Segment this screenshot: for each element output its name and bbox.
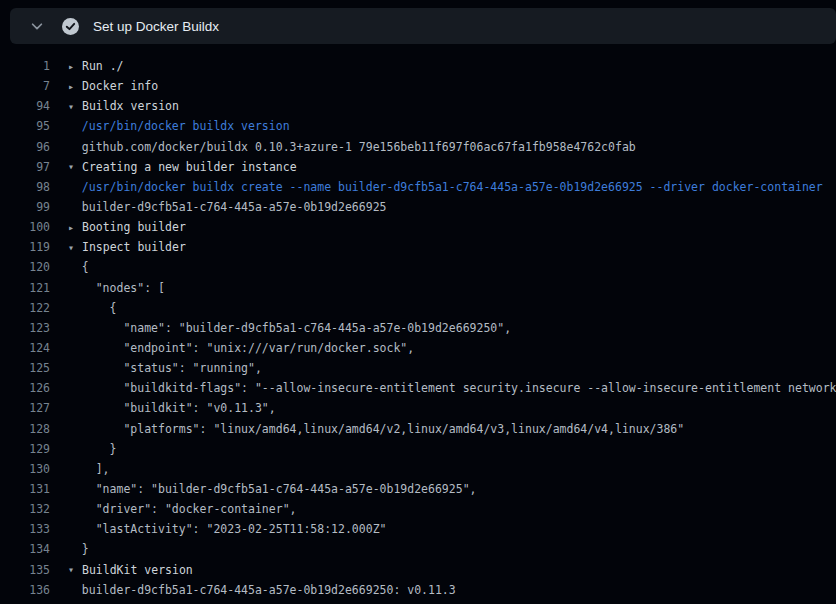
group-title[interactable]: Creating a new builder instance xyxy=(82,160,297,174)
line-number[interactable]: 128 xyxy=(0,422,50,436)
line-number[interactable]: 99 xyxy=(0,200,50,214)
line-number[interactable]: 95 xyxy=(0,119,50,133)
log-line: 121 "nodes": [ xyxy=(0,278,836,298)
line-number[interactable]: 123 xyxy=(0,321,50,335)
line-number[interactable]: 136 xyxy=(0,583,50,597)
log-line: 130 ], xyxy=(0,459,836,479)
line-content: "buildkitd-flags": "--allow-insecure-ent… xyxy=(68,381,836,395)
group-collapsed-icon[interactable]: ▸ xyxy=(68,61,82,72)
line-content: ▾BuildKit version xyxy=(68,563,836,577)
output-text: "buildkitd-flags": "--allow-insecure-ent… xyxy=(68,381,836,395)
line-number[interactable]: 135 xyxy=(0,563,50,577)
line-number[interactable]: 97 xyxy=(0,160,50,174)
line-content: } xyxy=(68,442,836,456)
line-content: } xyxy=(68,542,836,556)
line-number[interactable]: 119 xyxy=(0,240,50,254)
output-text: "buildkit": "v0.11.3", xyxy=(68,401,276,415)
output-text: { xyxy=(68,260,89,274)
line-number[interactable]: 127 xyxy=(0,401,50,415)
chevron-down-icon[interactable] xyxy=(30,19,44,33)
line-content: "status": "running", xyxy=(68,361,836,375)
line-content: ▾Creating a new builder instance xyxy=(68,160,836,174)
log-line: 100▸Booting builder xyxy=(0,217,836,237)
output-text: "platforms": "linux/amd64,linux/amd64/v2… xyxy=(68,422,684,436)
line-number[interactable]: 126 xyxy=(0,381,50,395)
line-number[interactable]: 96 xyxy=(0,140,50,154)
line-number[interactable]: 131 xyxy=(0,482,50,496)
log-line: 125 "status": "running", xyxy=(0,358,836,378)
log-line: 97▾Creating a new builder instance xyxy=(0,157,836,177)
output-text: "lastActivity": "2023-02-25T11:58:12.000… xyxy=(68,522,387,536)
group-title[interactable]: Buildx version xyxy=(82,99,179,113)
log-line: 124 "endpoint": "unix:///var/run/docker.… xyxy=(0,338,836,358)
log-line: 123 "name": "builder-d9cfb5a1-c764-445a-… xyxy=(0,318,836,338)
line-number[interactable]: 94 xyxy=(0,99,50,113)
line-content: ], xyxy=(68,462,836,476)
group-expanded-icon[interactable]: ▾ xyxy=(68,564,82,575)
actions-log-panel: Set up Docker Buildx 1▸Run ./7▸Docker in… xyxy=(0,8,836,600)
line-content: ▸Booting builder xyxy=(68,220,836,234)
output-text: "name": "builder-d9cfb5a1-c764-445a-a57e… xyxy=(68,482,477,496)
log-line: 133 "lastActivity": "2023-02-25T11:58:12… xyxy=(0,519,836,539)
group-collapsed-icon[interactable]: ▸ xyxy=(68,81,82,92)
log-line: 1▸Run ./ xyxy=(0,56,836,76)
log-line: 119▾Inspect builder xyxy=(0,237,836,257)
group-expanded-icon[interactable]: ▾ xyxy=(68,101,82,112)
line-content: ▾Buildx version xyxy=(68,99,836,113)
output-text: "name": "builder-d9cfb5a1-c764-445a-a57e… xyxy=(68,321,511,335)
line-number[interactable]: 7 xyxy=(0,79,50,93)
line-number[interactable]: 121 xyxy=(0,281,50,295)
log-line: 135▾BuildKit version xyxy=(0,560,836,580)
output-text: "endpoint": "unix:///var/run/docker.sock… xyxy=(68,341,414,355)
line-number[interactable]: 130 xyxy=(0,462,50,476)
group-expanded-icon[interactable]: ▾ xyxy=(68,242,82,253)
line-content: github.com/docker/buildx 0.10.3+azure-1 … xyxy=(68,140,836,154)
log-line: 128 "platforms": "linux/amd64,linux/amd6… xyxy=(0,419,836,439)
output-text: "status": "running", xyxy=(68,361,262,375)
line-number[interactable]: 100 xyxy=(0,220,50,234)
log-line: 126 "buildkitd-flags": "--allow-insecure… xyxy=(0,378,836,398)
log-line: 94▾Buildx version xyxy=(0,96,836,116)
command-text: /usr/bin/docker buildx version xyxy=(68,119,290,133)
line-number[interactable]: 120 xyxy=(0,260,50,274)
line-number[interactable]: 124 xyxy=(0,341,50,355)
log-line: 132 "driver": "docker-container", xyxy=(0,499,836,519)
log-line: 131 "name": "builder-d9cfb5a1-c764-445a-… xyxy=(0,479,836,499)
group-expanded-icon[interactable]: ▾ xyxy=(68,161,82,172)
output-text: } xyxy=(68,542,89,556)
line-number[interactable]: 129 xyxy=(0,442,50,456)
group-title[interactable]: Booting builder xyxy=(82,220,186,234)
group-title[interactable]: Run ./ xyxy=(82,59,124,73)
log-area: 1▸Run ./7▸Docker info94▾Buildx version95… xyxy=(0,56,836,600)
log-line: 136 builder-d9cfb5a1-c764-445a-a57e-0b19… xyxy=(0,580,836,600)
line-number[interactable]: 132 xyxy=(0,502,50,516)
line-content: "endpoint": "unix:///var/run/docker.sock… xyxy=(68,341,836,355)
line-number[interactable]: 125 xyxy=(0,361,50,375)
line-number[interactable]: 98 xyxy=(0,180,50,194)
line-content: ▸Docker info xyxy=(68,79,836,93)
command-text: /usr/bin/docker buildx create --name bui… xyxy=(68,180,823,194)
log-line: 122 { xyxy=(0,298,836,318)
line-number[interactable]: 134 xyxy=(0,542,50,556)
log-line: 7▸Docker info xyxy=(0,76,836,96)
line-content: "name": "builder-d9cfb5a1-c764-445a-a57e… xyxy=(68,321,836,335)
output-text: "driver": "docker-container", xyxy=(68,502,296,516)
log-line: 129 } xyxy=(0,439,836,459)
line-content: builder-d9cfb5a1-c764-445a-a57e-0b19d2e6… xyxy=(68,583,836,597)
line-number[interactable]: 122 xyxy=(0,301,50,315)
group-title[interactable]: Docker info xyxy=(82,79,158,93)
group-title[interactable]: BuildKit version xyxy=(82,563,193,577)
output-text: } xyxy=(68,442,116,456)
log-line: 120 { xyxy=(0,257,836,277)
log-line: 96 github.com/docker/buildx 0.10.3+azure… xyxy=(0,137,836,157)
output-text: ], xyxy=(68,462,110,476)
log-line: 99 builder-d9cfb5a1-c764-445a-a57e-0b19d… xyxy=(0,197,836,217)
output-text: builder-d9cfb5a1-c764-445a-a57e-0b19d2e6… xyxy=(68,200,387,214)
group-collapsed-icon[interactable]: ▸ xyxy=(68,222,82,233)
step-header[interactable]: Set up Docker Buildx xyxy=(10,8,836,44)
line-content: { xyxy=(68,301,836,315)
line-content: "driver": "docker-container", xyxy=(68,502,836,516)
line-number[interactable]: 133 xyxy=(0,522,50,536)
line-number[interactable]: 1 xyxy=(0,59,50,73)
group-title[interactable]: Inspect builder xyxy=(82,240,186,254)
